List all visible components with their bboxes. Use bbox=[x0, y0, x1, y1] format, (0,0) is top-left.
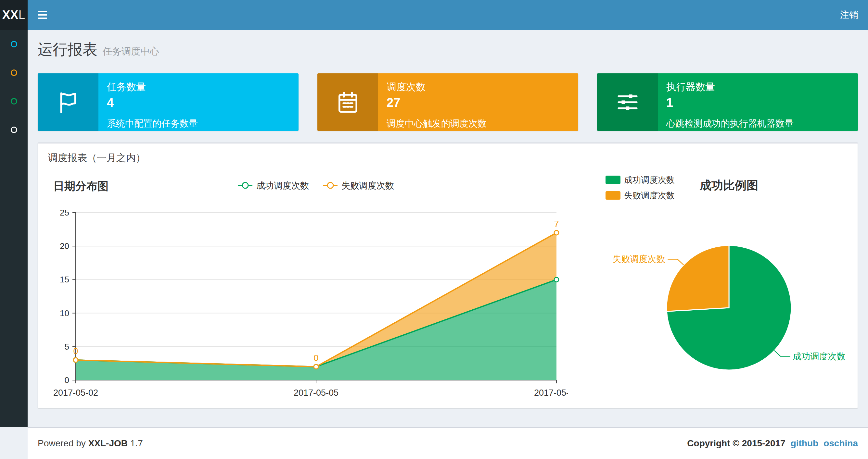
svg-text:成功调度次数: 成功调度次数 bbox=[793, 352, 845, 361]
sliders-icon bbox=[597, 73, 658, 131]
sidebar-item-report[interactable] bbox=[0, 30, 28, 59]
sidebar-item-log[interactable] bbox=[0, 87, 28, 116]
svg-text:25: 25 bbox=[60, 208, 69, 218]
svg-text:失败调度次数: 失败调度次数 bbox=[612, 254, 665, 264]
svg-text:7: 7 bbox=[554, 219, 559, 229]
powered-by-text: Powered by XXL-JOB 1.7 bbox=[38, 438, 143, 449]
calendar-icon bbox=[317, 73, 378, 131]
info-box-executors: 执行器数量 1 心跳检测成功的执行器机器数量 bbox=[597, 73, 858, 131]
page-title: 运行报表 bbox=[38, 40, 97, 60]
svg-text:20: 20 bbox=[60, 241, 69, 251]
page-subtitle: 任务调度中心 bbox=[103, 45, 159, 58]
info-box-desc: 心跳检测成功的执行器机器数量 bbox=[666, 118, 849, 130]
oschina-link[interactable]: oschina bbox=[824, 438, 858, 448]
panel-body: 日期分布图成功调度次数失败调度次数05101520252017-05-02201… bbox=[38, 166, 858, 408]
hamburger-icon bbox=[38, 11, 47, 12]
app-logo-text: XX bbox=[2, 8, 19, 22]
svg-text:失败调度次数: 失败调度次数 bbox=[624, 191, 675, 200]
info-box-value: 27 bbox=[386, 96, 570, 110]
circle-icon bbox=[11, 69, 17, 76]
success-ratio-chart: 成功调度次数失败调度次数成功比例图成功调度次数失败调度次数 bbox=[588, 170, 847, 400]
chart-legend-item[interactable]: 失败调度次数 bbox=[323, 181, 394, 191]
content-header: 运行报表 任务调度中心 bbox=[28, 30, 868, 60]
sidebar-toggle-button[interactable] bbox=[28, 0, 58, 30]
pie-legend-item[interactable]: 成功调度次数 bbox=[606, 175, 675, 185]
logout-link[interactable]: 注销 bbox=[830, 0, 868, 30]
top-navbar: XXL 注销 bbox=[0, 0, 868, 30]
flag-icon bbox=[38, 73, 98, 131]
svg-text:成功调度次数: 成功调度次数 bbox=[624, 175, 675, 185]
info-box-label: 任务数量 bbox=[107, 80, 290, 94]
svg-text:日期分布图: 日期分布图 bbox=[53, 180, 108, 192]
main-content: 运行报表 任务调度中心 任务数量 4 系统中配置的任务数量 bbox=[28, 30, 868, 408]
svg-text:0: 0 bbox=[313, 353, 318, 363]
chart-legend-item[interactable]: 成功调度次数 bbox=[238, 181, 309, 191]
svg-text:失败调度次数: 失败调度次数 bbox=[341, 181, 394, 191]
svg-text:成功比例图: 成功比例图 bbox=[700, 178, 758, 192]
sidebar-item-help[interactable] bbox=[0, 116, 28, 144]
svg-text:成功调度次数: 成功调度次数 bbox=[256, 181, 309, 191]
date-distribution-chart: 日期分布图成功调度次数失败调度次数05101520252017-05-02201… bbox=[48, 170, 568, 400]
svg-text:2017-05-02: 2017-05-02 bbox=[53, 388, 98, 398]
svg-text:10: 10 bbox=[60, 308, 69, 318]
circle-icon bbox=[11, 41, 17, 47]
info-box-value: 1 bbox=[666, 96, 849, 110]
info-box-value: 4 bbox=[107, 96, 290, 110]
svg-text:0: 0 bbox=[65, 375, 69, 385]
github-link[interactable]: github bbox=[791, 438, 818, 448]
svg-text:0: 0 bbox=[73, 347, 78, 356]
report-panel: 调度报表（一月之内） 日期分布图成功调度次数失败调度次数051015202520… bbox=[38, 142, 858, 408]
footer: Powered by XXL-JOB 1.7 Copyright © 2015-… bbox=[28, 427, 868, 459]
sidebar-item-jobs[interactable] bbox=[0, 59, 28, 87]
app-logo: XXL bbox=[0, 0, 28, 30]
info-box-row: 任务数量 4 系统中配置的任务数量 调度次数 27 调度中心触发的调度次数 bbox=[28, 73, 868, 131]
svg-text:15: 15 bbox=[60, 274, 69, 284]
pie-legend-item[interactable]: 失败调度次数 bbox=[606, 191, 675, 200]
sidebar bbox=[0, 30, 28, 427]
info-box-desc: 系统中配置的任务数量 bbox=[107, 118, 290, 130]
circle-icon bbox=[11, 127, 17, 133]
svg-text:2017-05-08: 2017-05-08 bbox=[534, 388, 568, 398]
copyright-text: Copyright © 2015-2017githuboschina bbox=[687, 438, 858, 449]
panel-title: 调度报表（一月之内） bbox=[38, 143, 858, 166]
info-box-label: 执行器数量 bbox=[666, 80, 849, 94]
svg-text:2017-05-05: 2017-05-05 bbox=[294, 388, 339, 398]
svg-text:5: 5 bbox=[65, 342, 69, 352]
info-box-desc: 调度中心触发的调度次数 bbox=[386, 118, 570, 130]
info-box-jobs: 任务数量 4 系统中配置的任务数量 bbox=[38, 73, 299, 131]
info-box-triggers: 调度次数 27 调度中心触发的调度次数 bbox=[317, 73, 578, 131]
circle-icon bbox=[11, 98, 17, 104]
info-box-label: 调度次数 bbox=[386, 80, 570, 94]
